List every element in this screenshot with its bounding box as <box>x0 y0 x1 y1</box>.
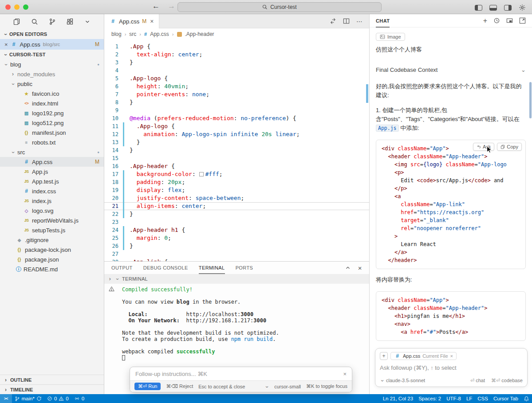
line-number[interactable]: 24 <box>104 226 123 234</box>
tab-ports[interactable]: PORTS <box>236 262 253 274</box>
code-line-27[interactable]: 27 <box>104 250 369 258</box>
encoding[interactable]: UTF-8 <box>444 394 464 403</box>
code-line-9[interactable]: 9 <box>104 106 369 114</box>
indentation[interactable]: Spaces: 2 <box>416 394 444 403</box>
line-number[interactable]: 27 <box>104 250 123 258</box>
line-number[interactable]: 3 <box>104 59 123 67</box>
line-number[interactable]: 13 <box>104 138 123 146</box>
file-context-chip[interactable]: # App.css Current File × <box>390 352 457 360</box>
code-line-15[interactable]: 15 <box>104 154 369 162</box>
line-number[interactable]: 15 <box>104 154 123 162</box>
copy-button[interactable]: Copy <box>497 143 522 151</box>
close-icon[interactable]: × <box>4 41 8 48</box>
line-number[interactable]: 12 <box>104 130 123 138</box>
line-number[interactable]: 6 <box>104 82 123 90</box>
explorer-icon[interactable] <box>13 18 20 25</box>
code-line-26[interactable]: 26} <box>104 242 369 250</box>
code-line-4[interactable]: 4 <box>104 67 369 74</box>
code-line-23[interactable]: 23 <box>104 218 369 226</box>
code-line-24[interactable]: 24.App-header h1 { <box>104 226 369 234</box>
tree-item-node_modules[interactable]: ›node_modules <box>0 69 104 79</box>
tree-item-robots.txt[interactable]: ≡robots.txt <box>0 137 104 147</box>
code-line-1[interactable]: 1.App { <box>104 43 369 51</box>
line-number[interactable]: 19 <box>104 186 123 194</box>
chat-messages[interactable]: Image 仿照这个个人博客 Final Codebase Context ⌄ … <box>370 27 532 394</box>
open-editor-item[interactable]: × # App.css blog/src M <box>0 39 104 50</box>
tree-item-package.json[interactable]: {}package.json <box>0 254 104 264</box>
search-icon[interactable] <box>31 18 38 25</box>
code-line-16[interactable]: 16.App-header { <box>104 162 369 170</box>
line-number[interactable]: 26 <box>104 242 123 250</box>
reject-button[interactable]: ⌘⌫ Reject <box>166 383 193 389</box>
run-button[interactable]: ⌘⏎ Run <box>134 383 161 390</box>
cursor-position[interactable]: Ln 21, Col 23 <box>380 394 416 403</box>
line-number[interactable]: 16 <box>104 162 123 170</box>
back-icon[interactable]: ← <box>152 2 160 11</box>
code-line-19[interactable]: 19 display: flex; <box>104 186 369 194</box>
chat-input-placeholder[interactable]: Ask followup (⌘Y), ↑ to select <box>380 364 523 371</box>
open-editors-header[interactable]: › OPEN EDITORS <box>0 29 104 39</box>
maximize-panel-icon[interactable] <box>345 265 351 271</box>
source-control-icon[interactable] <box>49 18 56 25</box>
tree-item-setupTests.js[interactable]: JSsetupTests.js <box>0 225 104 235</box>
tree-item-src[interactable]: ›src● <box>0 147 104 157</box>
chat-submit[interactable]: ⏎ chat <box>470 378 485 383</box>
line-number[interactable]: 20 <box>104 194 123 202</box>
code-line-7[interactable]: 7 pointer-events: none; <box>104 90 369 98</box>
code-line-18[interactable]: 18 padding: 20px; <box>104 178 369 186</box>
line-number[interactable]: 23 <box>104 218 123 226</box>
code-line-11[interactable]: 11 .App-logo { <box>104 122 369 130</box>
git-branch-status[interactable]: main* <box>12 394 44 403</box>
tree-item-App.css[interactable]: #App.cssM <box>0 157 104 167</box>
line-number[interactable]: 4 <box>104 67 123 74</box>
tree-item-blog[interactable]: ›blog● <box>0 59 104 69</box>
more-actions-icon[interactable]: ⋯ <box>356 18 363 25</box>
line-number[interactable]: 22 <box>104 210 123 218</box>
line-number[interactable]: 2 <box>104 51 123 59</box>
extensions-icon[interactable] <box>67 18 74 25</box>
code-line-10[interactable]: 10@media (prefers-reduced-motion: no-pre… <box>104 114 369 122</box>
breadcrumb-item-symbol[interactable]: .App-header <box>185 31 214 37</box>
tree-item-logo512.png[interactable]: ▨logo512.png <box>0 118 104 128</box>
code-line-14[interactable]: 14} <box>104 146 369 154</box>
line-number[interactable]: 8 <box>104 98 123 106</box>
pip-icon[interactable] <box>506 17 513 24</box>
code-line-12[interactable]: 12 animation: App-logo-spin infinite 20s… <box>104 130 369 138</box>
cursor-tab-status[interactable]: Cursor Tab <box>491 394 521 403</box>
tab-terminal[interactable]: TERMINAL <box>199 262 225 274</box>
tree-item-index.html[interactable]: <>index.html <box>0 98 104 108</box>
zoom-window-button[interactable] <box>23 4 28 10</box>
code-line-28[interactable]: 28.App-link { <box>104 258 369 261</box>
tree-item-manifest.json[interactable]: {}manifest.json <box>0 128 104 137</box>
tree-item-logo.svg[interactable]: ◇logo.svg <box>0 206 104 215</box>
breadcrumb-item-file[interactable]: App.css <box>150 31 169 37</box>
line-number[interactable]: 10 <box>104 114 123 122</box>
close-window-button[interactable] <box>5 4 11 10</box>
codebase-submit[interactable]: ⌘⏎ codebase <box>491 378 523 383</box>
code-line-5[interactable]: 5.App-logo { <box>104 74 369 82</box>
tree-item-favicon.ico[interactable]: ★favicon.ico <box>0 89 104 98</box>
problems-status[interactable]: 0 0 <box>44 394 71 403</box>
close-panel-icon[interactable]: × <box>358 265 362 271</box>
tree-item-reportWebVitals.js[interactable]: JSreportWebVitals.js <box>0 215 104 225</box>
tree-item-index.css[interactable]: #index.css <box>0 186 104 196</box>
line-number[interactable]: 25 <box>104 234 123 242</box>
split-editor-icon[interactable] <box>343 18 350 24</box>
tree-item-App.js[interactable]: JSApp.js <box>0 167 104 176</box>
code-line-20[interactable]: 20 justify-content: space-between; <box>104 194 369 202</box>
tree-item-package-lock.json[interactable]: {}package-lock.json <box>0 245 104 254</box>
breadcrumb[interactable]: blog › src › # App.css › .App-header <box>104 28 369 40</box>
eol[interactable]: LF <box>464 394 475 403</box>
breadcrumb-item-blog[interactable]: blog <box>111 31 122 37</box>
code-line-8[interactable]: 8} <box>104 98 369 106</box>
outline-section[interactable]: › OUTLINE <box>0 375 104 384</box>
notifications-bell[interactable] <box>521 394 532 403</box>
gear-icon[interactable] <box>519 4 526 11</box>
line-number[interactable]: 1 <box>104 43 123 51</box>
history-icon[interactable] <box>493 17 500 24</box>
tree-item-App.test.js[interactable]: JSApp.test.js <box>0 176 104 186</box>
timeline-section[interactable]: › TIMELINE <box>0 384 104 394</box>
line-number[interactable]: 18 <box>104 178 123 186</box>
chevron-right-icon[interactable]: › <box>108 276 112 282</box>
close-icon[interactable]: × <box>343 371 347 377</box>
